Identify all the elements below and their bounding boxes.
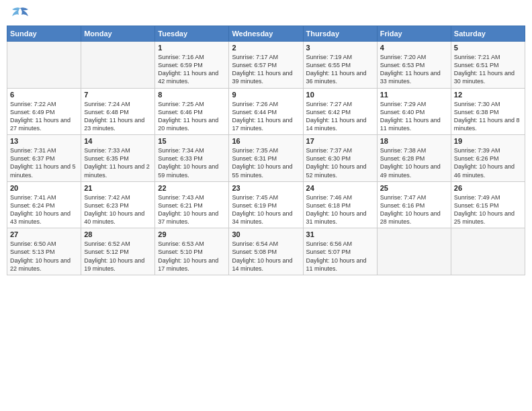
day-cell [81, 42, 155, 89]
day-number: 24 [306, 184, 374, 192]
weekday-header-tuesday: Tuesday [155, 26, 229, 42]
weekday-header-sunday: Sunday [7, 26, 81, 42]
calendar-table: SundayMondayTuesdayWednesdayThursdayFrid… [7, 26, 525, 275]
day-info: Sunrise: 7:33 AM Sunset: 6:35 PM Dayligh… [84, 146, 152, 179]
day-info: Sunrise: 6:56 AM Sunset: 5:07 PM Dayligh… [306, 240, 374, 273]
day-cell: 8Sunrise: 7:25 AM Sunset: 6:46 PM Daylig… [155, 88, 229, 135]
day-number: 23 [232, 184, 300, 192]
week-row-4: 20Sunrise: 7:41 AM Sunset: 6:24 PM Dayli… [7, 181, 525, 228]
day-cell: 10Sunrise: 7:27 AM Sunset: 6:42 PM Dayli… [303, 88, 377, 135]
day-cell [377, 228, 451, 275]
day-number: 11 [380, 91, 448, 99]
day-cell: 27Sunrise: 6:50 AM Sunset: 5:13 PM Dayli… [7, 228, 81, 275]
day-number: 12 [454, 91, 522, 99]
logo [9, 7, 30, 20]
day-number: 27 [10, 230, 78, 238]
day-number: 14 [84, 137, 152, 145]
day-info: Sunrise: 6:53 AM Sunset: 5:10 PM Dayligh… [158, 240, 226, 273]
day-info: Sunrise: 7:24 AM Sunset: 6:48 PM Dayligh… [84, 100, 152, 133]
day-cell: 23Sunrise: 7:45 AM Sunset: 6:19 PM Dayli… [229, 181, 303, 228]
day-number: 21 [84, 184, 152, 192]
day-number: 5 [454, 44, 522, 52]
day-info: Sunrise: 6:50 AM Sunset: 5:13 PM Dayligh… [10, 240, 78, 273]
week-row-1: 1Sunrise: 7:16 AM Sunset: 6:59 PM Daylig… [7, 42, 525, 89]
day-info: Sunrise: 7:22 AM Sunset: 6:49 PM Dayligh… [10, 100, 78, 133]
day-number: 29 [158, 230, 226, 238]
day-info: Sunrise: 6:54 AM Sunset: 5:08 PM Dayligh… [232, 240, 300, 273]
day-cell: 12Sunrise: 7:30 AM Sunset: 6:38 PM Dayli… [451, 88, 525, 135]
week-row-2: 6Sunrise: 7:22 AM Sunset: 6:49 PM Daylig… [7, 88, 525, 135]
weekday-header-friday: Friday [377, 26, 451, 42]
day-number: 2 [232, 44, 300, 52]
day-info: Sunrise: 7:38 AM Sunset: 6:28 PM Dayligh… [380, 146, 448, 179]
weekday-header-monday: Monday [81, 26, 155, 42]
day-cell [451, 228, 525, 275]
day-number: 1 [158, 44, 226, 52]
day-cell: 4Sunrise: 7:20 AM Sunset: 6:53 PM Daylig… [377, 42, 451, 89]
day-cell: 5Sunrise: 7:21 AM Sunset: 6:51 PM Daylig… [451, 42, 525, 89]
day-cell: 7Sunrise: 7:24 AM Sunset: 6:48 PM Daylig… [81, 88, 155, 135]
day-info: Sunrise: 7:21 AM Sunset: 6:51 PM Dayligh… [454, 53, 522, 86]
day-info: Sunrise: 7:30 AM Sunset: 6:38 PM Dayligh… [454, 100, 522, 133]
header [7, 7, 525, 20]
logo-bird-icon [11, 7, 30, 20]
day-info: Sunrise: 7:26 AM Sunset: 6:44 PM Dayligh… [232, 100, 300, 133]
day-info: Sunrise: 7:45 AM Sunset: 6:19 PM Dayligh… [232, 193, 300, 226]
day-cell: 9Sunrise: 7:26 AM Sunset: 6:44 PM Daylig… [229, 88, 303, 135]
day-number: 13 [10, 137, 78, 145]
day-number: 19 [454, 137, 522, 145]
day-number: 30 [232, 230, 300, 238]
day-cell: 15Sunrise: 7:34 AM Sunset: 6:33 PM Dayli… [155, 135, 229, 182]
day-number: 16 [232, 137, 300, 145]
day-number: 28 [84, 230, 152, 238]
day-info: Sunrise: 7:20 AM Sunset: 6:53 PM Dayligh… [380, 53, 448, 86]
day-cell: 29Sunrise: 6:53 AM Sunset: 5:10 PM Dayli… [155, 228, 229, 275]
day-cell: 21Sunrise: 7:42 AM Sunset: 6:23 PM Dayli… [81, 181, 155, 228]
day-number: 20 [10, 184, 78, 192]
day-info: Sunrise: 7:43 AM Sunset: 6:21 PM Dayligh… [158, 193, 226, 226]
day-number: 10 [306, 91, 374, 99]
weekday-header-wednesday: Wednesday [229, 26, 303, 42]
day-info: Sunrise: 7:47 AM Sunset: 6:16 PM Dayligh… [380, 193, 448, 226]
day-cell: 17Sunrise: 7:37 AM Sunset: 6:30 PM Dayli… [303, 135, 377, 182]
day-cell: 19Sunrise: 7:39 AM Sunset: 6:26 PM Dayli… [451, 135, 525, 182]
day-info: Sunrise: 7:16 AM Sunset: 6:59 PM Dayligh… [158, 53, 226, 86]
day-cell: 31Sunrise: 6:56 AM Sunset: 5:07 PM Dayli… [303, 228, 377, 275]
day-info: Sunrise: 7:35 AM Sunset: 6:31 PM Dayligh… [232, 146, 300, 179]
day-cell: 3Sunrise: 7:19 AM Sunset: 6:55 PM Daylig… [303, 42, 377, 89]
day-cell [7, 42, 81, 89]
day-number: 26 [454, 184, 522, 192]
day-info: Sunrise: 7:29 AM Sunset: 6:40 PM Dayligh… [380, 100, 448, 133]
day-cell: 25Sunrise: 7:47 AM Sunset: 6:16 PM Dayli… [377, 181, 451, 228]
day-cell: 13Sunrise: 7:31 AM Sunset: 6:37 PM Dayli… [7, 135, 81, 182]
day-info: Sunrise: 7:37 AM Sunset: 6:30 PM Dayligh… [306, 146, 374, 179]
day-cell: 18Sunrise: 7:38 AM Sunset: 6:28 PM Dayli… [377, 135, 451, 182]
weekday-header-saturday: Saturday [451, 26, 525, 42]
day-cell: 14Sunrise: 7:33 AM Sunset: 6:35 PM Dayli… [81, 135, 155, 182]
day-info: Sunrise: 7:41 AM Sunset: 6:24 PM Dayligh… [10, 193, 78, 226]
day-number: 9 [232, 91, 300, 99]
week-row-3: 13Sunrise: 7:31 AM Sunset: 6:37 PM Dayli… [7, 135, 525, 182]
day-cell: 26Sunrise: 7:49 AM Sunset: 6:15 PM Dayli… [451, 181, 525, 228]
day-number: 3 [306, 44, 374, 52]
day-number: 7 [84, 91, 152, 99]
day-info: Sunrise: 7:25 AM Sunset: 6:46 PM Dayligh… [158, 100, 226, 133]
day-number: 31 [306, 230, 374, 238]
day-info: Sunrise: 7:39 AM Sunset: 6:26 PM Dayligh… [454, 146, 522, 179]
weekday-header-thursday: Thursday [303, 26, 377, 42]
day-cell: 11Sunrise: 7:29 AM Sunset: 6:40 PM Dayli… [377, 88, 451, 135]
day-cell: 2Sunrise: 7:17 AM Sunset: 6:57 PM Daylig… [229, 42, 303, 89]
day-info: Sunrise: 7:42 AM Sunset: 6:23 PM Dayligh… [84, 193, 152, 226]
day-number: 4 [380, 44, 448, 52]
day-cell: 24Sunrise: 7:46 AM Sunset: 6:18 PM Dayli… [303, 181, 377, 228]
day-info: Sunrise: 7:31 AM Sunset: 6:37 PM Dayligh… [10, 146, 78, 179]
day-cell: 16Sunrise: 7:35 AM Sunset: 6:31 PM Dayli… [229, 135, 303, 182]
day-cell: 20Sunrise: 7:41 AM Sunset: 6:24 PM Dayli… [7, 181, 81, 228]
weekday-header-row: SundayMondayTuesdayWednesdayThursdayFrid… [7, 26, 525, 42]
day-number: 18 [380, 137, 448, 145]
day-cell: 6Sunrise: 7:22 AM Sunset: 6:49 PM Daylig… [7, 88, 81, 135]
day-info: Sunrise: 7:49 AM Sunset: 6:15 PM Dayligh… [454, 193, 522, 226]
day-info: Sunrise: 7:17 AM Sunset: 6:57 PM Dayligh… [232, 53, 300, 86]
day-number: 15 [158, 137, 226, 145]
day-cell: 22Sunrise: 7:43 AM Sunset: 6:21 PM Dayli… [155, 181, 229, 228]
